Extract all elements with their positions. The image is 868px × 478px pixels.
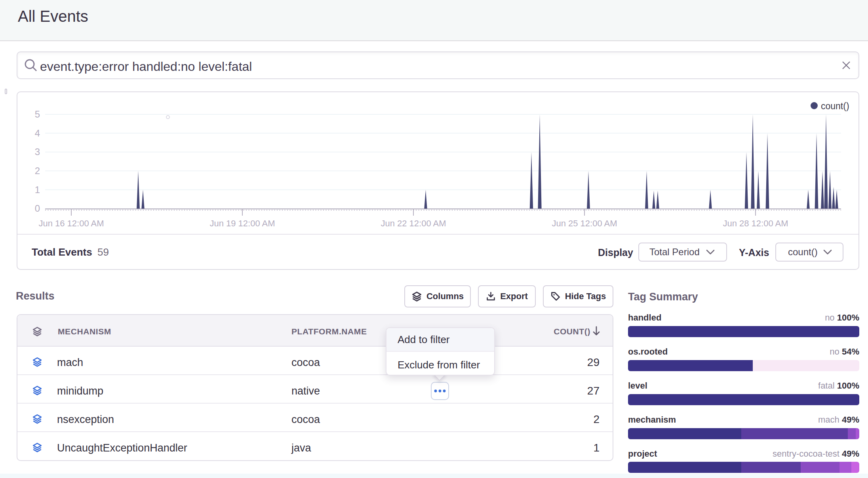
svg-text:4: 4 [35,128,40,138]
svg-text:Jun 28 12:00 AM: Jun 28 12:00 AM [723,218,788,228]
svg-text:Jun 16 12:00 AM: Jun 16 12:00 AM [38,218,104,228]
svg-text:3: 3 [35,146,40,157]
svg-text:0: 0 [35,203,40,214]
svg-text:Jun 25 12:00 AM: Jun 25 12:00 AM [552,218,617,228]
svg-text:1: 1 [35,184,40,195]
svg-text:count(): count() [821,101,849,111]
svg-text:2: 2 [35,165,40,176]
svg-text:Jun 19 12:00 AM: Jun 19 12:00 AM [209,218,275,228]
svg-text:Jun 22 12:00 AM: Jun 22 12:00 AM [381,218,446,228]
svg-text:5: 5 [35,109,40,120]
